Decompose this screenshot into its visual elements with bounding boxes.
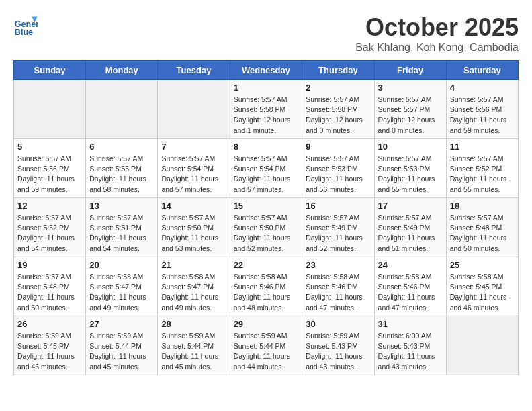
calendar-cell: 17Sunrise: 5:57 AM Sunset: 5:49 PM Dayli… bbox=[374, 198, 446, 257]
day-info: Sunrise: 5:57 AM Sunset: 5:51 PM Dayligh… bbox=[89, 213, 154, 254]
day-number: 1 bbox=[234, 83, 299, 93]
svg-text:Blue: Blue bbox=[15, 28, 33, 37]
day-number: 18 bbox=[450, 201, 515, 211]
day-number: 4 bbox=[450, 83, 515, 93]
day-number: 19 bbox=[17, 260, 82, 270]
calendar-cell: 10Sunrise: 5:57 AM Sunset: 5:53 PM Dayli… bbox=[374, 139, 446, 198]
day-info: Sunrise: 5:57 AM Sunset: 5:49 PM Dayligh… bbox=[378, 213, 443, 254]
day-info: Sunrise: 5:58 AM Sunset: 5:46 PM Dayligh… bbox=[234, 272, 299, 313]
day-number: 23 bbox=[306, 260, 370, 270]
day-info: Sunrise: 5:59 AM Sunset: 5:44 PM Dayligh… bbox=[89, 331, 154, 372]
title-block: October 2025 Bak Khlang, Koh Kong, Cambo… bbox=[355, 13, 519, 54]
day-number: 29 bbox=[234, 319, 299, 329]
calendar-cell: 3Sunrise: 5:57 AM Sunset: 5:57 PM Daylig… bbox=[374, 80, 446, 139]
day-number: 31 bbox=[378, 319, 443, 329]
calendar-cell: 4Sunrise: 5:57 AM Sunset: 5:56 PM Daylig… bbox=[446, 80, 518, 139]
day-info: Sunrise: 5:57 AM Sunset: 5:48 PM Dayligh… bbox=[17, 272, 82, 313]
day-info: Sunrise: 5:57 AM Sunset: 5:54 PM Dayligh… bbox=[234, 154, 299, 195]
day-header-monday: Monday bbox=[86, 61, 158, 80]
calendar-cell: 14Sunrise: 5:57 AM Sunset: 5:50 PM Dayli… bbox=[158, 198, 230, 257]
day-number: 15 bbox=[234, 201, 299, 211]
calendar-cell: 12Sunrise: 5:57 AM Sunset: 5:52 PM Dayli… bbox=[14, 198, 86, 257]
day-number: 26 bbox=[17, 319, 82, 329]
day-header-wednesday: Wednesday bbox=[230, 61, 302, 80]
calendar-cell: 7Sunrise: 5:57 AM Sunset: 5:54 PM Daylig… bbox=[158, 139, 230, 198]
days-header-row: SundayMondayTuesdayWednesdayThursdayFrid… bbox=[14, 61, 519, 80]
calendar-cell: 16Sunrise: 5:57 AM Sunset: 5:49 PM Dayli… bbox=[302, 198, 374, 257]
day-header-friday: Friday bbox=[374, 61, 446, 80]
day-info: Sunrise: 5:57 AM Sunset: 5:52 PM Dayligh… bbox=[450, 154, 515, 195]
day-number: 25 bbox=[450, 260, 515, 270]
calendar-cell: 29Sunrise: 5:59 AM Sunset: 5:44 PM Dayli… bbox=[230, 316, 302, 375]
calendar-cell: 13Sunrise: 5:57 AM Sunset: 5:51 PM Dayli… bbox=[86, 198, 158, 257]
day-number: 12 bbox=[17, 201, 82, 211]
day-info: Sunrise: 5:59 AM Sunset: 5:44 PM Dayligh… bbox=[234, 331, 299, 372]
calendar-cell bbox=[158, 80, 230, 139]
calendar-cell: 6Sunrise: 5:57 AM Sunset: 5:55 PM Daylig… bbox=[86, 139, 158, 198]
day-info: Sunrise: 5:57 AM Sunset: 5:53 PM Dayligh… bbox=[306, 154, 370, 195]
day-info: Sunrise: 5:57 AM Sunset: 5:54 PM Dayligh… bbox=[161, 154, 226, 195]
calendar-header: SundayMondayTuesdayWednesdayThursdayFrid… bbox=[14, 61, 519, 80]
day-number: 30 bbox=[306, 319, 370, 329]
calendar-cell: 31Sunrise: 6:00 AM Sunset: 5:43 PM Dayli… bbox=[374, 316, 446, 375]
calendar-cell: 18Sunrise: 5:57 AM Sunset: 5:48 PM Dayli… bbox=[446, 198, 518, 257]
calendar-cell: 30Sunrise: 5:59 AM Sunset: 5:43 PM Dayli… bbox=[302, 316, 374, 375]
logo: General Blue bbox=[13, 13, 40, 38]
day-info: Sunrise: 5:57 AM Sunset: 5:50 PM Dayligh… bbox=[161, 213, 226, 254]
calendar-cell: 8Sunrise: 5:57 AM Sunset: 5:54 PM Daylig… bbox=[230, 139, 302, 198]
day-info: Sunrise: 5:57 AM Sunset: 5:57 PM Dayligh… bbox=[378, 95, 443, 136]
day-info: Sunrise: 5:57 AM Sunset: 5:53 PM Dayligh… bbox=[378, 154, 443, 195]
calendar-cell: 20Sunrise: 5:58 AM Sunset: 5:47 PM Dayli… bbox=[86, 257, 158, 316]
calendar-week-row: 1Sunrise: 5:57 AM Sunset: 5:58 PM Daylig… bbox=[14, 80, 519, 139]
day-number: 28 bbox=[161, 319, 226, 329]
day-header-tuesday: Tuesday bbox=[158, 61, 230, 80]
day-info: Sunrise: 6:00 AM Sunset: 5:43 PM Dayligh… bbox=[378, 331, 443, 372]
calendar-cell: 2Sunrise: 5:57 AM Sunset: 5:58 PM Daylig… bbox=[302, 80, 374, 139]
day-info: Sunrise: 5:58 AM Sunset: 5:46 PM Dayligh… bbox=[378, 272, 443, 313]
calendar-cell: 1Sunrise: 5:57 AM Sunset: 5:58 PM Daylig… bbox=[230, 80, 302, 139]
day-info: Sunrise: 5:58 AM Sunset: 5:47 PM Dayligh… bbox=[89, 272, 154, 313]
location-subtitle: Bak Khlang, Koh Kong, Cambodia bbox=[355, 42, 519, 54]
day-header-saturday: Saturday bbox=[446, 61, 518, 80]
day-header-sunday: Sunday bbox=[14, 61, 86, 80]
day-info: Sunrise: 5:57 AM Sunset: 5:56 PM Dayligh… bbox=[17, 154, 82, 195]
calendar-week-row: 26Sunrise: 5:59 AM Sunset: 5:45 PM Dayli… bbox=[14, 316, 519, 375]
calendar-cell: 28Sunrise: 5:59 AM Sunset: 5:44 PM Dayli… bbox=[158, 316, 230, 375]
day-info: Sunrise: 5:58 AM Sunset: 5:47 PM Dayligh… bbox=[161, 272, 226, 313]
calendar-cell: 27Sunrise: 5:59 AM Sunset: 5:44 PM Dayli… bbox=[86, 316, 158, 375]
day-number: 14 bbox=[161, 201, 226, 211]
calendar-cell bbox=[446, 316, 518, 375]
day-number: 10 bbox=[378, 142, 443, 152]
day-info: Sunrise: 5:57 AM Sunset: 5:52 PM Dayligh… bbox=[17, 213, 82, 254]
day-info: Sunrise: 5:57 AM Sunset: 5:50 PM Dayligh… bbox=[234, 213, 299, 254]
day-info: Sunrise: 5:59 AM Sunset: 5:44 PM Dayligh… bbox=[161, 331, 226, 372]
day-info: Sunrise: 5:58 AM Sunset: 5:46 PM Dayligh… bbox=[306, 272, 370, 313]
day-info: Sunrise: 5:57 AM Sunset: 5:56 PM Dayligh… bbox=[450, 95, 515, 136]
month-title: October 2025 bbox=[355, 13, 519, 42]
calendar-cell: 5Sunrise: 5:57 AM Sunset: 5:56 PM Daylig… bbox=[14, 139, 86, 198]
day-header-thursday: Thursday bbox=[302, 61, 374, 80]
calendar-cell: 22Sunrise: 5:58 AM Sunset: 5:46 PM Dayli… bbox=[230, 257, 302, 316]
calendar-cell bbox=[86, 80, 158, 139]
calendar-cell: 23Sunrise: 5:58 AM Sunset: 5:46 PM Dayli… bbox=[302, 257, 374, 316]
day-number: 8 bbox=[234, 142, 299, 152]
day-number: 9 bbox=[306, 142, 370, 152]
calendar-body: 1Sunrise: 5:57 AM Sunset: 5:58 PM Daylig… bbox=[14, 80, 519, 375]
calendar-cell: 24Sunrise: 5:58 AM Sunset: 5:46 PM Dayli… bbox=[374, 257, 446, 316]
day-number: 2 bbox=[306, 83, 370, 93]
calendar-cell: 25Sunrise: 5:58 AM Sunset: 5:45 PM Dayli… bbox=[446, 257, 518, 316]
day-number: 7 bbox=[161, 142, 226, 152]
calendar-cell: 11Sunrise: 5:57 AM Sunset: 5:52 PM Dayli… bbox=[446, 139, 518, 198]
day-number: 3 bbox=[378, 83, 443, 93]
day-number: 21 bbox=[161, 260, 226, 270]
logo-icon: General Blue bbox=[13, 13, 38, 38]
day-number: 20 bbox=[89, 260, 154, 270]
day-number: 17 bbox=[378, 201, 443, 211]
day-info: Sunrise: 5:57 AM Sunset: 5:58 PM Dayligh… bbox=[306, 95, 370, 136]
day-number: 13 bbox=[89, 201, 154, 211]
calendar-week-row: 19Sunrise: 5:57 AM Sunset: 5:48 PM Dayli… bbox=[14, 257, 519, 316]
day-number: 11 bbox=[450, 142, 515, 152]
day-number: 22 bbox=[234, 260, 299, 270]
calendar-week-row: 12Sunrise: 5:57 AM Sunset: 5:52 PM Dayli… bbox=[14, 198, 519, 257]
day-info: Sunrise: 5:57 AM Sunset: 5:49 PM Dayligh… bbox=[306, 213, 370, 254]
